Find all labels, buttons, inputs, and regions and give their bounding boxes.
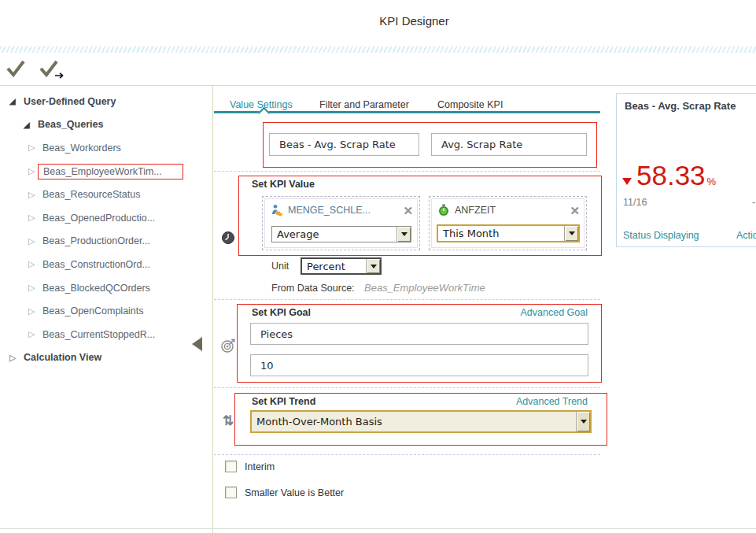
check-icon: [5, 59, 27, 78]
kpi-name-input[interactable]: Beas - Avg. Scrap Rate: [269, 133, 419, 156]
confirm-button[interactable]: [5, 59, 27, 81]
tab-filter-and-parameter[interactable]: Filter and Parameter: [319, 99, 409, 110]
tree-node-beas-currentstoppedr-[interactable]: ▷Beas_CurrentStoppedR...: [0, 323, 212, 346]
checkbox-smaller-value-is-better[interactable]: Smaller Value is Better: [225, 487, 344, 498]
section-separator: [214, 387, 600, 388]
collapsed-twistie-icon[interactable]: ▷: [28, 306, 42, 316]
tree-node-beas-workorders[interactable]: ▷Beas_Workorders: [0, 136, 212, 160]
kpi-goal-target-icon: [220, 337, 237, 357]
remove-time-icon[interactable]: ✕: [570, 205, 580, 217]
data-source-value: Beas_EmployeeWorkTime: [364, 282, 485, 294]
tree-node-beas-blockedqcorders[interactable]: ▷Beas_BlockedQCOrders: [0, 276, 212, 300]
checkbox-box[interactable]: [225, 461, 237, 472]
data-source-label: From Data Source:: [271, 283, 355, 294]
checkbox-interim[interactable]: Interim: [225, 461, 275, 472]
time-field-label: ANFZEIT: [455, 205, 496, 216]
collapsed-twistie-icon[interactable]: ▷: [28, 259, 42, 269]
tree-node-label: Beas_CurrentStoppedR...: [42, 329, 155, 340]
checkbox-label: Smaller Value is Better: [245, 487, 344, 498]
tree-node-label: Calculation View: [24, 352, 101, 363]
tree-node-beas-opencomplaints[interactable]: ▷Beas_OpenComplaints: [0, 299, 212, 323]
collapsed-twistie-icon[interactable]: ▷: [28, 236, 42, 246]
preview-date: 11/16: [623, 197, 647, 208]
checkbox-label: Interim: [245, 461, 275, 472]
goal-value-input[interactable]: 10: [250, 354, 588, 376]
expanded-twistie-icon[interactable]: ◢: [24, 120, 38, 129]
window-bottom-border: [0, 528, 756, 529]
kpi-display-name-input[interactable]: Avg. Scrap Rate: [431, 133, 587, 156]
tree-node-label: Beas_Queries: [38, 119, 103, 130]
tree-node-label: Beas_EmployeeWorkTim...: [38, 164, 183, 180]
tree-node-label: Beas_OpenComplaints: [42, 305, 144, 316]
preview-value: 58.33: [636, 160, 706, 191]
dropdown-arrow-button[interactable]: [564, 226, 578, 241]
preview-unit: %: [707, 176, 717, 187]
value-section-title: Set KPI Value: [252, 179, 315, 190]
tree-node-beas-constructionord-[interactable]: ▷Beas_ConstructionOrd...: [0, 253, 212, 276]
check-arrow-icon: [38, 59, 68, 80]
trend-down-icon: [622, 178, 632, 185]
advanced-trend-link[interactable]: Advanced Trend: [516, 396, 588, 407]
trend-arrows-icon: ⇅: [223, 413, 234, 429]
section-separator: [214, 454, 600, 455]
tree-node-label: Beas_ResourceStatus: [42, 189, 140, 200]
tree-node-label: User-Defined Query: [24, 96, 116, 107]
time-card: ANFZEIT ✕ This Month: [429, 196, 587, 250]
checkbox-box[interactable]: [225, 487, 237, 498]
preview-title: Beas - Avg. Scrap Rate: [625, 100, 736, 112]
trend-section-title: Set KPI Trend: [252, 396, 315, 407]
collapsed-twistie-icon[interactable]: ▷: [28, 283, 42, 293]
collapsed-twistie-icon[interactable]: ▷: [28, 143, 42, 153]
time-period-select[interactable]: This Month: [437, 224, 580, 242]
measure-field-label: MENGE_SCHLE...: [288, 205, 371, 216]
remove-measure-icon[interactable]: ✕: [403, 205, 413, 217]
tree-node-label: Beas_Workorders: [42, 143, 121, 154]
preview-link-action[interactable]: Action: [736, 230, 756, 241]
section-separator: [214, 171, 600, 172]
trend-basis-select[interactable]: Month-Over-Month Basis: [250, 410, 592, 433]
collapse-panel-handle[interactable]: [192, 337, 202, 351]
tree-node-calculation-view[interactable]: ▷Calculation View: [0, 346, 212, 370]
collapsed-twistie-icon[interactable]: ▷: [9, 353, 24, 363]
unit-value: Percent: [307, 261, 345, 272]
header-divider: [0, 46, 756, 53]
section-separator: [214, 299, 600, 300]
expanded-twistie-icon[interactable]: ◢: [9, 97, 24, 105]
measure-icon: [271, 204, 283, 217]
aggregation-select[interactable]: Average: [271, 226, 411, 242]
collapsed-twistie-icon[interactable]: ▷: [28, 190, 42, 200]
unit-select[interactable]: Percent: [301, 257, 382, 275]
goal-unit-input[interactable]: Pieces: [250, 323, 588, 345]
dropdown-arrow-button[interactable]: [366, 259, 380, 273]
unit-label: Unit: [271, 261, 289, 272]
confirm-and-next-button[interactable]: [38, 59, 68, 83]
tree-node-beas-resourcestatus[interactable]: ▷Beas_ResourceStatus: [0, 183, 212, 206]
tree-node-beas-employeeworktim-[interactable]: ▷Beas_EmployeeWorkTim...: [0, 160, 212, 183]
query-tree-panel: ◢User-Defined Query◢Beas_Queries▷Beas_Wo…: [0, 85, 213, 533]
tree-node-beas-productionorder-[interactable]: ▷Beas_ProductionOrder...: [0, 230, 212, 254]
preview-secondary-value: -: [752, 197, 755, 208]
preview-link-status-displaying[interactable]: Status Displaying: [623, 230, 699, 241]
toolbar: [0, 53, 756, 86]
stopwatch-icon: [437, 204, 450, 217]
query-tree: ◢User-Defined Query◢Beas_Queries▷Beas_Wo…: [0, 90, 212, 369]
tab-underline: [214, 111, 600, 113]
tree-node-label: Beas_OpenedProductio...: [42, 213, 155, 224]
dropdown-arrow-button[interactable]: [576, 412, 590, 431]
collapsed-twistie-icon[interactable]: ▷: [28, 329, 42, 339]
advanced-goal-link[interactable]: Advanced Goal: [521, 307, 588, 318]
time-period-value: This Month: [443, 228, 499, 239]
kpi-value-clock-icon: [221, 231, 235, 248]
tree-node-user-defined-query[interactable]: ◢User-Defined Query: [0, 90, 212, 113]
tree-node-beas-openedproductio-[interactable]: ▷Beas_OpenedProductio...: [0, 206, 212, 230]
preview-value-row: 58.33 %: [622, 160, 716, 191]
goal-section-title: Set KPI Goal: [252, 307, 311, 318]
tab-composite-kpi[interactable]: Composite KPI: [437, 99, 503, 110]
trend-basis-value: Month-Over-Month Basis: [256, 416, 382, 428]
tree-node-label: Beas_ConstructionOrd...: [42, 259, 150, 270]
tree-node-label: Beas_ProductionOrder...: [42, 235, 150, 246]
collapsed-twistie-icon[interactable]: ▷: [28, 213, 42, 223]
tree-node-label: Beas_BlockedQCOrders: [42, 283, 150, 294]
tree-node-beas-queries[interactable]: ◢Beas_Queries: [0, 113, 212, 137]
dropdown-arrow-button[interactable]: [396, 227, 411, 242]
